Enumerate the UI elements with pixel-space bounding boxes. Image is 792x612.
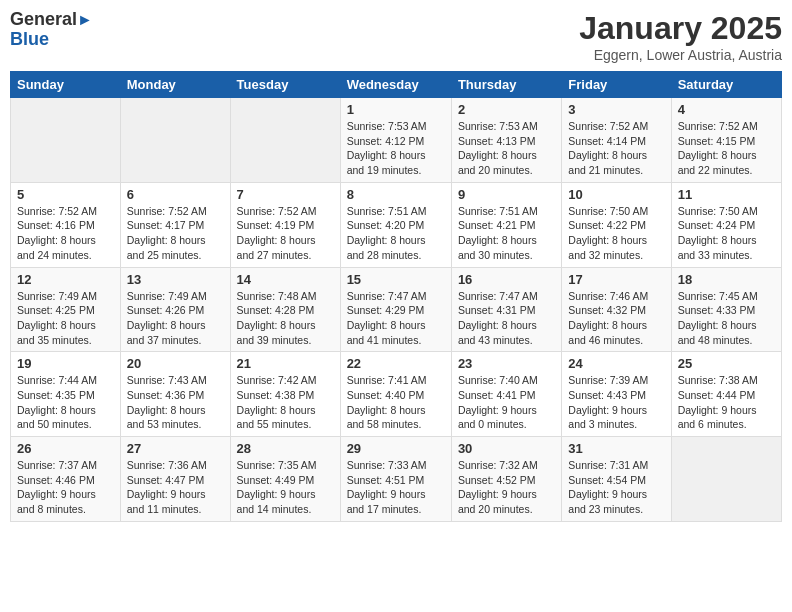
day-number: 7 bbox=[237, 187, 334, 202]
calendar-week-4: 19Sunrise: 7:44 AM Sunset: 4:35 PM Dayli… bbox=[11, 352, 782, 437]
day-number: 13 bbox=[127, 272, 224, 287]
calendar-week-2: 5Sunrise: 7:52 AM Sunset: 4:16 PM Daylig… bbox=[11, 182, 782, 267]
header-sunday: Sunday bbox=[11, 72, 121, 98]
calendar-cell: 9Sunrise: 7:51 AM Sunset: 4:21 PM Daylig… bbox=[451, 182, 561, 267]
calendar-cell: 17Sunrise: 7:46 AM Sunset: 4:32 PM Dayli… bbox=[562, 267, 671, 352]
day-number: 11 bbox=[678, 187, 775, 202]
cell-content: Sunrise: 7:44 AM Sunset: 4:35 PM Dayligh… bbox=[17, 373, 114, 432]
cell-content: Sunrise: 7:49 AM Sunset: 4:26 PM Dayligh… bbox=[127, 289, 224, 348]
day-number: 30 bbox=[458, 441, 555, 456]
cell-content: Sunrise: 7:49 AM Sunset: 4:25 PM Dayligh… bbox=[17, 289, 114, 348]
day-number: 20 bbox=[127, 356, 224, 371]
cell-content: Sunrise: 7:53 AM Sunset: 4:12 PM Dayligh… bbox=[347, 119, 445, 178]
calendar-cell: 21Sunrise: 7:42 AM Sunset: 4:38 PM Dayli… bbox=[230, 352, 340, 437]
cell-content: Sunrise: 7:47 AM Sunset: 4:31 PM Dayligh… bbox=[458, 289, 555, 348]
cell-content: Sunrise: 7:47 AM Sunset: 4:29 PM Dayligh… bbox=[347, 289, 445, 348]
calendar-cell: 25Sunrise: 7:38 AM Sunset: 4:44 PM Dayli… bbox=[671, 352, 781, 437]
cell-content: Sunrise: 7:40 AM Sunset: 4:41 PM Dayligh… bbox=[458, 373, 555, 432]
cell-content: Sunrise: 7:53 AM Sunset: 4:13 PM Dayligh… bbox=[458, 119, 555, 178]
day-number: 5 bbox=[17, 187, 114, 202]
cell-content: Sunrise: 7:51 AM Sunset: 4:20 PM Dayligh… bbox=[347, 204, 445, 263]
day-number: 16 bbox=[458, 272, 555, 287]
title-section: January 2025 Eggern, Lower Austria, Aust… bbox=[579, 10, 782, 63]
cell-content: Sunrise: 7:37 AM Sunset: 4:46 PM Dayligh… bbox=[17, 458, 114, 517]
calendar-cell: 24Sunrise: 7:39 AM Sunset: 4:43 PM Dayli… bbox=[562, 352, 671, 437]
cell-content: Sunrise: 7:52 AM Sunset: 4:15 PM Dayligh… bbox=[678, 119, 775, 178]
calendar-cell bbox=[671, 437, 781, 522]
calendar-cell: 23Sunrise: 7:40 AM Sunset: 4:41 PM Dayli… bbox=[451, 352, 561, 437]
cell-content: Sunrise: 7:51 AM Sunset: 4:21 PM Dayligh… bbox=[458, 204, 555, 263]
calendar-cell bbox=[230, 98, 340, 183]
cell-content: Sunrise: 7:50 AM Sunset: 4:22 PM Dayligh… bbox=[568, 204, 664, 263]
calendar-cell: 16Sunrise: 7:47 AM Sunset: 4:31 PM Dayli… bbox=[451, 267, 561, 352]
cell-content: Sunrise: 7:32 AM Sunset: 4:52 PM Dayligh… bbox=[458, 458, 555, 517]
calendar-week-1: 1Sunrise: 7:53 AM Sunset: 4:12 PM Daylig… bbox=[11, 98, 782, 183]
page-header: General► Blue January 2025 Eggern, Lower… bbox=[10, 10, 782, 63]
header-wednesday: Wednesday bbox=[340, 72, 451, 98]
day-number: 18 bbox=[678, 272, 775, 287]
cell-content: Sunrise: 7:52 AM Sunset: 4:19 PM Dayligh… bbox=[237, 204, 334, 263]
cell-content: Sunrise: 7:39 AM Sunset: 4:43 PM Dayligh… bbox=[568, 373, 664, 432]
day-number: 3 bbox=[568, 102, 664, 117]
calendar-cell bbox=[120, 98, 230, 183]
cell-content: Sunrise: 7:48 AM Sunset: 4:28 PM Dayligh… bbox=[237, 289, 334, 348]
day-number: 23 bbox=[458, 356, 555, 371]
day-number: 12 bbox=[17, 272, 114, 287]
calendar-cell: 19Sunrise: 7:44 AM Sunset: 4:35 PM Dayli… bbox=[11, 352, 121, 437]
calendar-cell: 2Sunrise: 7:53 AM Sunset: 4:13 PM Daylig… bbox=[451, 98, 561, 183]
header-tuesday: Tuesday bbox=[230, 72, 340, 98]
day-number: 19 bbox=[17, 356, 114, 371]
calendar-table: Sunday Monday Tuesday Wednesday Thursday… bbox=[10, 71, 782, 522]
calendar-header-row: Sunday Monday Tuesday Wednesday Thursday… bbox=[11, 72, 782, 98]
day-number: 2 bbox=[458, 102, 555, 117]
cell-content: Sunrise: 7:45 AM Sunset: 4:33 PM Dayligh… bbox=[678, 289, 775, 348]
day-number: 17 bbox=[568, 272, 664, 287]
cell-content: Sunrise: 7:38 AM Sunset: 4:44 PM Dayligh… bbox=[678, 373, 775, 432]
calendar-cell: 27Sunrise: 7:36 AM Sunset: 4:47 PM Dayli… bbox=[120, 437, 230, 522]
day-number: 8 bbox=[347, 187, 445, 202]
day-number: 6 bbox=[127, 187, 224, 202]
calendar-cell: 11Sunrise: 7:50 AM Sunset: 4:24 PM Dayli… bbox=[671, 182, 781, 267]
calendar-cell: 22Sunrise: 7:41 AM Sunset: 4:40 PM Dayli… bbox=[340, 352, 451, 437]
calendar-cell: 8Sunrise: 7:51 AM Sunset: 4:20 PM Daylig… bbox=[340, 182, 451, 267]
day-number: 14 bbox=[237, 272, 334, 287]
cell-content: Sunrise: 7:50 AM Sunset: 4:24 PM Dayligh… bbox=[678, 204, 775, 263]
logo-general-text: General bbox=[10, 9, 77, 29]
header-thursday: Thursday bbox=[451, 72, 561, 98]
cell-content: Sunrise: 7:52 AM Sunset: 4:17 PM Dayligh… bbox=[127, 204, 224, 263]
logo-blue-text: Blue bbox=[10, 30, 49, 50]
calendar-cell: 31Sunrise: 7:31 AM Sunset: 4:54 PM Dayli… bbox=[562, 437, 671, 522]
calendar-cell: 6Sunrise: 7:52 AM Sunset: 4:17 PM Daylig… bbox=[120, 182, 230, 267]
cell-content: Sunrise: 7:42 AM Sunset: 4:38 PM Dayligh… bbox=[237, 373, 334, 432]
calendar-cell: 12Sunrise: 7:49 AM Sunset: 4:25 PM Dayli… bbox=[11, 267, 121, 352]
calendar-cell: 18Sunrise: 7:45 AM Sunset: 4:33 PM Dayli… bbox=[671, 267, 781, 352]
header-friday: Friday bbox=[562, 72, 671, 98]
cell-content: Sunrise: 7:41 AM Sunset: 4:40 PM Dayligh… bbox=[347, 373, 445, 432]
calendar-week-5: 26Sunrise: 7:37 AM Sunset: 4:46 PM Dayli… bbox=[11, 437, 782, 522]
calendar-cell: 26Sunrise: 7:37 AM Sunset: 4:46 PM Dayli… bbox=[11, 437, 121, 522]
header-monday: Monday bbox=[120, 72, 230, 98]
day-number: 1 bbox=[347, 102, 445, 117]
day-number: 31 bbox=[568, 441, 664, 456]
day-number: 9 bbox=[458, 187, 555, 202]
cell-content: Sunrise: 7:46 AM Sunset: 4:32 PM Dayligh… bbox=[568, 289, 664, 348]
day-number: 28 bbox=[237, 441, 334, 456]
logo-arrow-icon: ► bbox=[77, 11, 93, 29]
logo: General► Blue bbox=[10, 10, 93, 50]
cell-content: Sunrise: 7:33 AM Sunset: 4:51 PM Dayligh… bbox=[347, 458, 445, 517]
day-number: 24 bbox=[568, 356, 664, 371]
cell-content: Sunrise: 7:36 AM Sunset: 4:47 PM Dayligh… bbox=[127, 458, 224, 517]
calendar-cell bbox=[11, 98, 121, 183]
location-text: Eggern, Lower Austria, Austria bbox=[579, 47, 782, 63]
day-number: 27 bbox=[127, 441, 224, 456]
calendar-cell: 15Sunrise: 7:47 AM Sunset: 4:29 PM Dayli… bbox=[340, 267, 451, 352]
calendar-cell: 29Sunrise: 7:33 AM Sunset: 4:51 PM Dayli… bbox=[340, 437, 451, 522]
calendar-cell: 3Sunrise: 7:52 AM Sunset: 4:14 PM Daylig… bbox=[562, 98, 671, 183]
calendar-cell: 1Sunrise: 7:53 AM Sunset: 4:12 PM Daylig… bbox=[340, 98, 451, 183]
calendar-cell: 10Sunrise: 7:50 AM Sunset: 4:22 PM Dayli… bbox=[562, 182, 671, 267]
day-number: 10 bbox=[568, 187, 664, 202]
cell-content: Sunrise: 7:35 AM Sunset: 4:49 PM Dayligh… bbox=[237, 458, 334, 517]
calendar-cell: 14Sunrise: 7:48 AM Sunset: 4:28 PM Dayli… bbox=[230, 267, 340, 352]
calendar-cell: 13Sunrise: 7:49 AM Sunset: 4:26 PM Dayli… bbox=[120, 267, 230, 352]
day-number: 22 bbox=[347, 356, 445, 371]
